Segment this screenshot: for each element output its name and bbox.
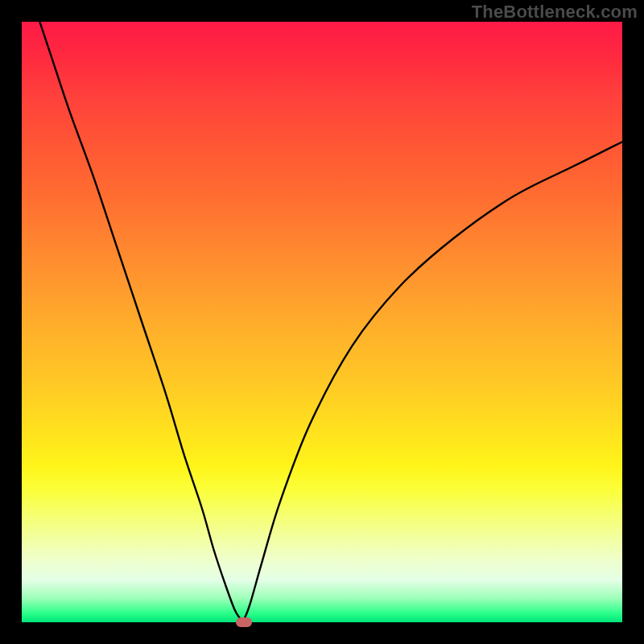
chart-frame: TheBottleneck.com (0, 0, 644, 644)
min-point-marker (236, 617, 252, 627)
plot-area (22, 22, 622, 622)
watermark-text: TheBottleneck.com (472, 2, 638, 23)
bottleneck-curve (22, 22, 622, 622)
